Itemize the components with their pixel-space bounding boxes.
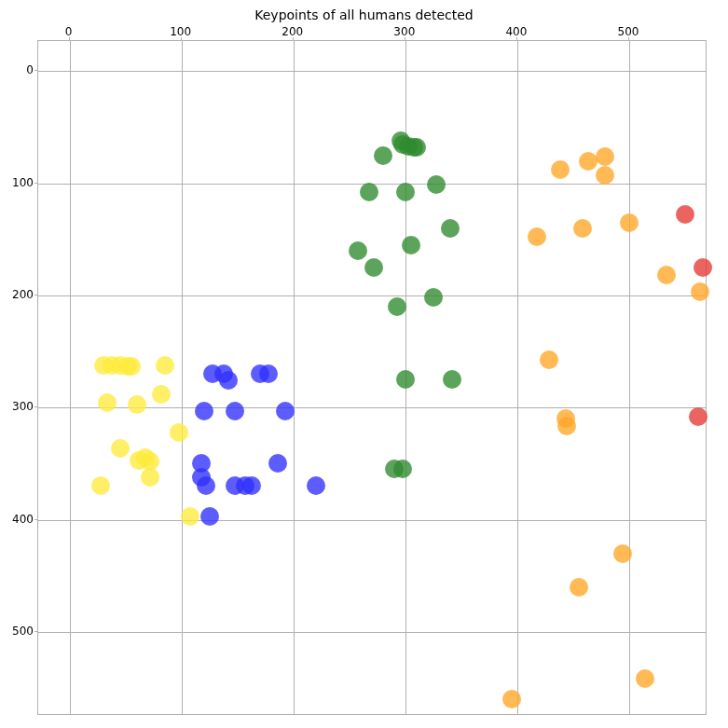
keypoint-dot [276, 402, 295, 420]
keypoint-dot [128, 395, 146, 414]
keypoint-dot [579, 152, 598, 171]
gridline-horizontal [38, 71, 706, 72]
keypoint-dot [424, 288, 443, 307]
keypoint-dot [156, 356, 174, 375]
ytick-label: 200 [6, 288, 34, 301]
gridline-vertical [629, 41, 630, 714]
keypoint-dot [443, 370, 461, 389]
gridline-vertical [182, 41, 183, 714]
keypoint-dot [502, 690, 521, 708]
keypoint-dot [596, 147, 614, 166]
keypoint-dot [226, 402, 244, 420]
keypoint-dot [689, 407, 707, 426]
gridline-vertical [70, 41, 71, 714]
keypoint-dot [402, 236, 420, 254]
keypoint-dot [349, 241, 367, 260]
gridline-horizontal [38, 520, 706, 521]
keypoint-dot [170, 423, 188, 442]
chart-container: Keypoints of all humans detected 0100200… [0, 0, 728, 728]
ytick-label: 400 [6, 513, 34, 526]
keypoint-dot [98, 393, 117, 412]
gridline-horizontal [38, 295, 706, 296]
ytick-label: 500 [6, 625, 34, 638]
keypoint-dot [268, 454, 287, 473]
gridline-vertical [517, 41, 518, 714]
keypoint-dot [152, 385, 171, 404]
keypoint-dot [636, 669, 654, 688]
keypoint-dot [393, 460, 412, 478]
keypoint-dot [694, 258, 712, 277]
keypoint-dot [242, 476, 261, 495]
xtick-label: 200 [282, 25, 303, 38]
xtick-label: 500 [618, 25, 639, 38]
xtick-label: 0 [65, 25, 73, 38]
keypoint-dot [528, 227, 546, 246]
keypoint-dot [570, 578, 588, 597]
keypoint-dot [596, 166, 614, 185]
keypoint-dot [200, 507, 219, 526]
gridline-vertical [294, 41, 295, 714]
keypoint-dot [307, 476, 325, 495]
xtick-label: 100 [170, 25, 191, 38]
keypoint-dot [259, 364, 278, 383]
keypoint-dot [388, 297, 406, 316]
keypoint-dot [441, 219, 460, 238]
keypoint-dot [141, 468, 159, 487]
ytick-label: 300 [6, 400, 34, 413]
keypoint-dot [657, 266, 676, 284]
chart-title: Keypoints of all humans detected [0, 7, 728, 22]
keypoint-dot [540, 350, 558, 369]
xtick-label: 300 [393, 25, 415, 38]
keypoint-dot [122, 357, 141, 376]
keypoint-dot [195, 402, 213, 420]
ytick-label: 0 [6, 63, 34, 76]
keypoint-dot [676, 205, 694, 224]
keypoint-dot [573, 219, 592, 238]
keypoint-dot [364, 258, 383, 277]
gridline-horizontal [38, 632, 706, 633]
keypoint-dot [613, 544, 632, 563]
keypoint-dot [219, 371, 238, 390]
keypoint-dot [620, 213, 639, 232]
keypoint-dot [197, 476, 215, 495]
keypoint-dot [91, 476, 110, 495]
keypoint-dot [557, 417, 576, 435]
keypoint-dot [181, 507, 199, 526]
xtick-label: 400 [505, 25, 527, 38]
keypoint-dot [374, 146, 392, 165]
keypoint-dot [551, 160, 570, 179]
ytick-label: 100 [6, 176, 34, 189]
keypoint-dot [427, 175, 446, 194]
plot-area [37, 40, 707, 715]
keypoint-dot [396, 370, 415, 389]
keypoint-dot [691, 282, 709, 301]
keypoint-dot [111, 439, 130, 458]
keypoint-dot [396, 183, 415, 201]
keypoint-dot [360, 183, 378, 201]
keypoint-dot [407, 138, 426, 157]
